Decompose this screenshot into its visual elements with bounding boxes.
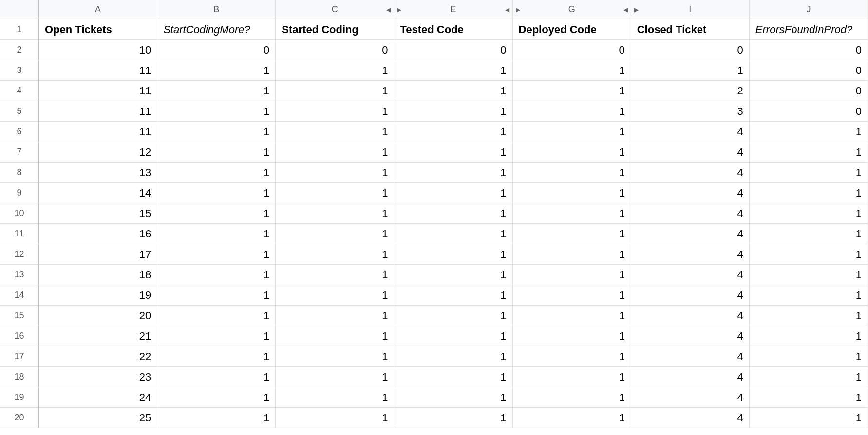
cell-I20[interactable]: 4 bbox=[631, 408, 750, 428]
cell-E11[interactable]: 1 bbox=[394, 224, 512, 244]
cell-J13[interactable]: 1 bbox=[750, 265, 868, 285]
column-header-A[interactable]: A bbox=[39, 0, 157, 19]
row-header-8[interactable]: 8 bbox=[0, 163, 39, 183]
cell-C18[interactable]: 1 bbox=[276, 367, 394, 387]
cell-A16[interactable]: 21 bbox=[39, 326, 157, 346]
cell-A4[interactable]: 11 bbox=[39, 81, 157, 101]
row-header-3[interactable]: 3 bbox=[0, 60, 39, 81]
cell-A7[interactable]: 12 bbox=[39, 142, 157, 163]
cell-J14[interactable]: 1 bbox=[750, 285, 868, 306]
cell-G14[interactable]: 1 bbox=[513, 285, 631, 306]
cell-C1[interactable]: Started Coding bbox=[276, 19, 394, 40]
cell-C10[interactable]: 1 bbox=[276, 203, 394, 224]
cell-A13[interactable]: 18 bbox=[39, 265, 157, 285]
row-header-1[interactable]: 1 bbox=[0, 19, 39, 40]
cell-E3[interactable]: 1 bbox=[394, 60, 512, 81]
cell-B4[interactable]: 1 bbox=[157, 81, 276, 101]
cell-G10[interactable]: 1 bbox=[513, 203, 631, 224]
cell-E4[interactable]: 1 bbox=[394, 81, 512, 101]
row-header-19[interactable]: 19 bbox=[0, 387, 39, 408]
cell-C20[interactable]: 1 bbox=[276, 408, 394, 428]
cell-C4[interactable]: 1 bbox=[276, 81, 394, 101]
column-header-E[interactable]: ▶ E ◀ bbox=[394, 0, 512, 19]
select-all-corner[interactable] bbox=[0, 0, 39, 19]
row-header-2[interactable]: 2 bbox=[0, 40, 39, 60]
cell-A15[interactable]: 20 bbox=[39, 306, 157, 326]
cell-I16[interactable]: 4 bbox=[631, 326, 750, 346]
cell-J3[interactable]: 0 bbox=[750, 60, 868, 81]
cell-A9[interactable]: 14 bbox=[39, 183, 157, 203]
column-header-J[interactable]: J bbox=[750, 0, 868, 19]
cell-A5[interactable]: 11 bbox=[39, 101, 157, 122]
collapse-arrow-right-icon[interactable]: ▶ bbox=[397, 6, 401, 13]
cell-G17[interactable]: 1 bbox=[513, 346, 631, 367]
cell-E20[interactable]: 1 bbox=[394, 408, 512, 428]
cell-E19[interactable]: 1 bbox=[394, 387, 512, 408]
cell-I17[interactable]: 4 bbox=[631, 346, 750, 367]
cell-J18[interactable]: 1 bbox=[750, 367, 868, 387]
cell-E9[interactable]: 1 bbox=[394, 183, 512, 203]
cell-B13[interactable]: 1 bbox=[157, 265, 276, 285]
cell-I1[interactable]: Closed Ticket bbox=[631, 19, 750, 40]
cell-J5[interactable]: 0 bbox=[750, 101, 868, 122]
cell-E12[interactable]: 1 bbox=[394, 244, 512, 265]
cell-G8[interactable]: 1 bbox=[513, 163, 631, 183]
row-header-13[interactable]: 13 bbox=[0, 265, 39, 285]
cell-B3[interactable]: 1 bbox=[157, 60, 276, 81]
collapse-arrow-left-icon[interactable]: ◀ bbox=[623, 6, 628, 13]
cell-A10[interactable]: 15 bbox=[39, 203, 157, 224]
cell-I5[interactable]: 3 bbox=[631, 101, 750, 122]
cell-G12[interactable]: 1 bbox=[513, 244, 631, 265]
cell-A20[interactable]: 25 bbox=[39, 408, 157, 428]
cell-A19[interactable]: 24 bbox=[39, 387, 157, 408]
cell-B16[interactable]: 1 bbox=[157, 326, 276, 346]
cell-G9[interactable]: 1 bbox=[513, 183, 631, 203]
cell-I7[interactable]: 4 bbox=[631, 142, 750, 163]
cell-G5[interactable]: 1 bbox=[513, 101, 631, 122]
cell-B10[interactable]: 1 bbox=[157, 203, 276, 224]
cell-A1[interactable]: Open Tickets bbox=[39, 19, 157, 40]
collapse-arrow-right-icon[interactable]: ▶ bbox=[634, 6, 639, 13]
cell-B20[interactable]: 1 bbox=[157, 408, 276, 428]
cell-G13[interactable]: 1 bbox=[513, 265, 631, 285]
cell-B7[interactable]: 1 bbox=[157, 142, 276, 163]
cell-E8[interactable]: 1 bbox=[394, 163, 512, 183]
cell-G6[interactable]: 1 bbox=[513, 122, 631, 142]
cell-E14[interactable]: 1 bbox=[394, 285, 512, 306]
row-header-16[interactable]: 16 bbox=[0, 326, 39, 346]
collapse-arrow-right-icon[interactable]: ▶ bbox=[516, 6, 520, 13]
cell-I18[interactable]: 4 bbox=[631, 367, 750, 387]
cell-I9[interactable]: 4 bbox=[631, 183, 750, 203]
cell-I11[interactable]: 4 bbox=[631, 224, 750, 244]
cell-G3[interactable]: 1 bbox=[513, 60, 631, 81]
cell-G11[interactable]: 1 bbox=[513, 224, 631, 244]
cell-I19[interactable]: 4 bbox=[631, 387, 750, 408]
cell-C5[interactable]: 1 bbox=[276, 101, 394, 122]
cell-A3[interactable]: 11 bbox=[39, 60, 157, 81]
cell-G20[interactable]: 1 bbox=[513, 408, 631, 428]
cell-J15[interactable]: 1 bbox=[750, 306, 868, 326]
row-header-17[interactable]: 17 bbox=[0, 346, 39, 367]
cell-E17[interactable]: 1 bbox=[394, 346, 512, 367]
cell-I8[interactable]: 4 bbox=[631, 163, 750, 183]
cell-J6[interactable]: 1 bbox=[750, 122, 868, 142]
cell-G1[interactable]: Deployed Code bbox=[513, 19, 631, 40]
cell-B6[interactable]: 1 bbox=[157, 122, 276, 142]
collapse-arrow-left-icon[interactable]: ◀ bbox=[386, 6, 391, 13]
cell-B17[interactable]: 1 bbox=[157, 346, 276, 367]
cell-C14[interactable]: 1 bbox=[276, 285, 394, 306]
cell-A2[interactable]: 10 bbox=[39, 40, 157, 60]
column-header-I[interactable]: ▶ I bbox=[631, 0, 750, 19]
cell-A11[interactable]: 16 bbox=[39, 224, 157, 244]
cell-A14[interactable]: 19 bbox=[39, 285, 157, 306]
cell-J1[interactable]: ErrorsFoundInProd? bbox=[750, 19, 868, 40]
row-header-12[interactable]: 12 bbox=[0, 244, 39, 265]
row-header-4[interactable]: 4 bbox=[0, 81, 39, 101]
cell-B5[interactable]: 1 bbox=[157, 101, 276, 122]
cell-C3[interactable]: 1 bbox=[276, 60, 394, 81]
cell-A6[interactable]: 11 bbox=[39, 122, 157, 142]
cell-I6[interactable]: 4 bbox=[631, 122, 750, 142]
cell-C7[interactable]: 1 bbox=[276, 142, 394, 163]
cell-A18[interactable]: 23 bbox=[39, 367, 157, 387]
row-header-10[interactable]: 10 bbox=[0, 203, 39, 224]
